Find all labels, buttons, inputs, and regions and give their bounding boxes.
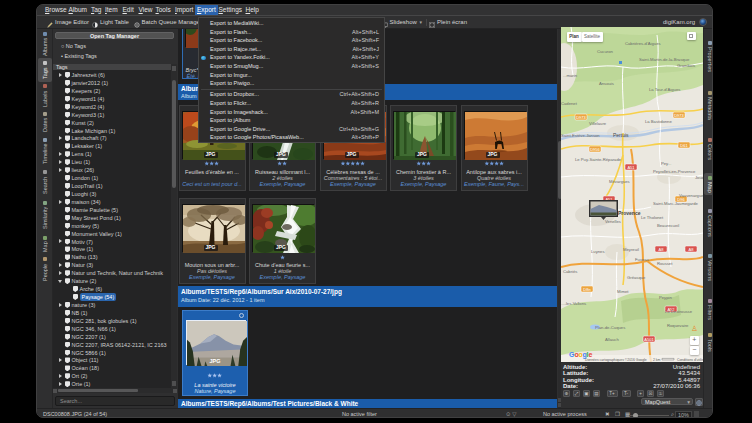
svg-text:Pey...: Pey... [661, 161, 671, 166]
svg-text:D8n: D8n [583, 287, 590, 292]
svg-text:Venelles: Venelles [605, 219, 621, 224]
svg-text:Vauvenargues: Vauvenargues [679, 193, 703, 198]
svg-text:D973: D973 [576, 115, 586, 120]
svg-text:Fuveau: Fuveau [635, 257, 650, 262]
svg-text:Saint-Marc-Jaumegarde: Saint-Marc-Jaumegarde [653, 201, 699, 206]
svg-text:A51: A51 [627, 165, 635, 170]
svg-text:Données cartographiques ©2016: Données cartographiques ©2016 Google [585, 358, 647, 362]
svg-text:D973: D973 [674, 113, 684, 118]
svg-text:Jouq...: Jouq... [695, 175, 703, 180]
svg-text:Plan-de-Cuques: Plan-de-Cuques [595, 325, 625, 330]
svg-text:Meyreuil: Meyreuil [623, 247, 639, 252]
svg-text:Beaurecueil: Beaurecueil [657, 223, 679, 228]
svg-text:2 km: 2 km [653, 358, 661, 362]
svg-text:Grambois: Grambois [677, 63, 695, 68]
svg-text:Peypin: Peypin [659, 295, 672, 300]
svg-text:Cucuron: Cucuron [597, 49, 613, 54]
svg-text:Peyrolles-en-Provence: Peyrolles-en-Provence [653, 169, 696, 174]
svg-text:Rousset: Rousset [657, 261, 673, 266]
svg-text:Roquevaire: Roquevaire [667, 323, 689, 328]
svg-text:Cadenet: Cadenet [561, 101, 578, 106]
svg-text:Pertuis: Pertuis [613, 132, 629, 138]
svg-text:Cabrières-d’Aigues: Cabrières-d’Aigues [625, 41, 661, 46]
svg-text:La Tour-d’Aigues: La Tour-d’Aigues [649, 87, 680, 92]
svg-text:Mévargues: Mévargues [609, 179, 630, 184]
svg-text:Le Tholonet: Le Tholonet [641, 215, 664, 220]
svg-text:Conditions d’utilisation: Conditions d’utilisation [677, 358, 703, 362]
svg-text:Ansouis: Ansouis [599, 81, 614, 86]
svg-text:A501: A501 [644, 337, 654, 342]
svg-text:A8: A8 [659, 247, 665, 252]
svg-text:e: e [589, 351, 593, 358]
svg-text:A8: A8 [689, 247, 695, 252]
svg-text:Luynes: Luynes [591, 249, 605, 254]
svg-text:Le Puy-Sainte-Réparade: Le Puy-Sainte-Réparade [575, 157, 622, 162]
svg-text:Villelaure: Villelaure [589, 121, 607, 126]
svg-text:La Destrousse: La Destrousse [665, 309, 693, 314]
svg-text:D956: D956 [590, 147, 600, 152]
svg-text:Mimet: Mimet [617, 289, 629, 294]
svg-text:Gréasque: Gréasque [627, 275, 646, 280]
svg-text:Saint-Estève-Janson: Saint-Estève-Janson [561, 133, 600, 138]
svg-text:D61: D61 [680, 143, 688, 148]
svg-text:Saint-Martin-de-la-Brasque: Saint-Martin-de-la-Brasque [639, 57, 690, 62]
svg-text:...-les-Vallons: ...-les-Vallons [561, 301, 586, 306]
svg-text:...marin: ...marin [563, 73, 578, 78]
svg-text:Cabriès: Cabriès [563, 269, 577, 274]
svg-text:La Bastidonne: La Bastidonne [645, 119, 672, 124]
svg-text:Allauch: Allauch [605, 337, 619, 342]
